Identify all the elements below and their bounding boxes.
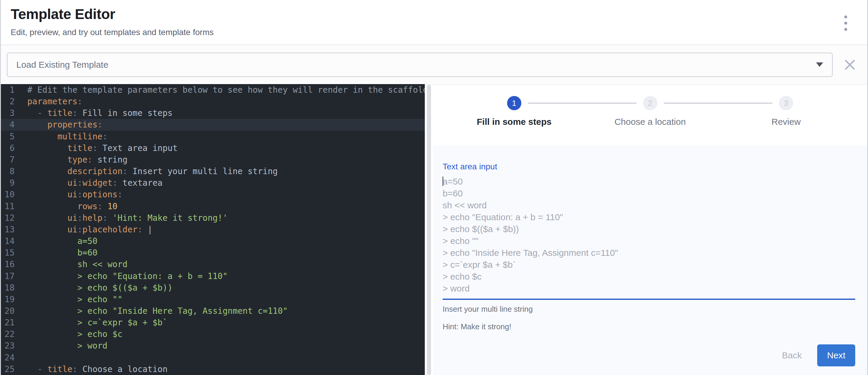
line-number: 9 <box>1 177 14 189</box>
line-code: parameters: <box>14 96 82 107</box>
pane-divider[interactable] <box>425 84 433 375</box>
line-number: 6 <box>1 142 14 154</box>
line-number: 4 <box>1 119 14 130</box>
back-button[interactable]: Back <box>775 345 809 366</box>
line-code: > echo "Inside Here Tag, Assignment c=11… <box>14 305 288 317</box>
line-code: > echo $(($a + $b)) <box>14 282 173 293</box>
textarea-placeholder-line: > c=`expr $a + $b` <box>443 259 855 271</box>
template-form: Text area input a=50b=60sh << word> echo… <box>433 145 867 375</box>
editor-line[interactable]: 11 rows: 10 <box>1 200 425 212</box>
line-number: 22 <box>1 329 14 340</box>
editor-line[interactable]: 13 ui:placeholder: | <box>1 224 425 235</box>
textarea-placeholder-line: > echo $c <box>443 271 855 283</box>
editor-line[interactable]: 17 > echo "Equation: a + b = 110" <box>1 271 425 282</box>
editor-line[interactable]: 23 > word <box>1 340 425 351</box>
line-number: 21 <box>1 317 14 329</box>
template-loader-section: Load Existing Template <box>1 45 867 84</box>
line-code: a=50 <box>14 235 97 247</box>
line-number: 25 <box>1 364 14 375</box>
page-subtitle: Edit, preview, and try out templates and… <box>11 28 214 37</box>
clear-selection-button[interactable] <box>841 56 859 74</box>
editor-line[interactable]: 9 ui:widget: textarea <box>1 177 425 189</box>
template-preview-pane: 1Fill in some steps2Choose a location3Re… <box>433 84 867 375</box>
next-button[interactable]: Next <box>817 344 855 366</box>
header-titles: Template Editor Edit, preview, and try o… <box>11 6 214 37</box>
stepper-connector <box>664 103 773 103</box>
step-label: Fill in some steps <box>446 117 582 127</box>
textarea-placeholder-line: > echo $(($a + $b)) <box>443 223 855 235</box>
textarea-placeholder-line: b=60 <box>443 187 855 199</box>
editor-line[interactable]: 8 description: Insert your multi line st… <box>1 165 425 177</box>
stepper: 1Fill in some steps2Choose a location3Re… <box>433 85 867 145</box>
step-circle: 1 <box>507 96 521 110</box>
line-number: 23 <box>1 340 14 351</box>
line-number: 16 <box>1 258 14 270</box>
line-number: 2 <box>1 96 14 107</box>
editor-line[interactable]: 15 b=60 <box>1 247 425 258</box>
close-icon <box>844 59 855 70</box>
stepper-connector <box>528 103 637 103</box>
main-split: 1# Edit the template parameters below to… <box>1 84 867 375</box>
line-number: 11 <box>1 200 14 212</box>
line-code: multiline: <box>14 131 107 142</box>
line-number: 19 <box>1 293 14 305</box>
line-code: sh << word <box>14 258 127 270</box>
more-options-button[interactable] <box>836 9 855 37</box>
line-number: 3 <box>1 107 14 119</box>
page-header: Template Editor Edit, preview, and try o… <box>1 0 867 45</box>
code-editor[interactable]: 1# Edit the template parameters below to… <box>1 84 425 375</box>
kebab-dot-icon <box>844 22 847 25</box>
editor-line[interactable]: 10 ui:options: <box>1 189 425 200</box>
editor-line[interactable]: 19 > echo "" <box>1 293 425 305</box>
textarea-placeholder-line: > echo "Equation: a + b = 110" <box>443 211 855 223</box>
editor-line[interactable]: 6 title: Text area input <box>1 142 425 154</box>
editor-line[interactable]: 14 a=50 <box>1 235 425 247</box>
field-hint: Hint: Make it strong! <box>443 322 855 331</box>
line-code: ui:widget: textarea <box>14 177 162 189</box>
line-code: > word <box>14 340 107 351</box>
editor-line[interactable]: 16 sh << word <box>1 258 425 270</box>
load-template-select[interactable]: Load Existing Template <box>7 53 833 77</box>
editor-line[interactable]: 20 > echo "Inside Here Tag, Assignment c… <box>1 305 425 317</box>
line-number: 18 <box>1 282 14 293</box>
line-code: description: Insert your multi line stri… <box>14 165 278 177</box>
chevron-down-icon <box>816 62 823 67</box>
editor-line[interactable]: 2parameters: <box>1 96 425 107</box>
editor-line[interactable]: 5 multiline: <box>1 131 425 142</box>
line-code: title: Text area input <box>14 142 178 154</box>
editor-line[interactable]: 25 - title: Choose a location <box>1 364 425 375</box>
line-code: > echo "" <box>14 293 122 305</box>
editor-line[interactable]: 3 - title: Fill in some steps <box>1 107 425 119</box>
kebab-dot-icon <box>844 15 847 19</box>
line-code: - title: Fill in some steps <box>14 107 173 119</box>
line-code: properties: <box>14 119 102 130</box>
template-editor-window: Template Editor Edit, preview, and try o… <box>0 0 868 375</box>
line-number: 8 <box>1 165 14 177</box>
editor-line[interactable]: 7 type: string <box>1 154 425 165</box>
line-code: ui:options: <box>14 189 122 200</box>
step-circle: 2 <box>643 96 657 110</box>
line-number: 10 <box>1 189 14 200</box>
editor-line[interactable]: 12 ui:help: 'Hint: Make it strong!' <box>1 212 425 224</box>
editor-line[interactable]: 1# Edit the template parameters below to… <box>1 84 425 96</box>
line-number: 14 <box>1 235 14 247</box>
editor-line[interactable]: 18 > echo $(($a + $b)) <box>1 282 425 293</box>
textarea-placeholder-line: > echo "Inside Here Tag, Assignment c=11… <box>443 247 855 259</box>
editor-line[interactable]: 4 properties: <box>1 119 425 130</box>
pane-divider-handle[interactable] <box>427 85 431 375</box>
line-number: 5 <box>1 131 14 142</box>
editor-line[interactable]: 22 > echo $c <box>1 329 425 340</box>
textarea-placeholder-line: > word <box>443 283 855 294</box>
line-code: b=60 <box>14 247 97 258</box>
multiline-textarea[interactable]: a=50b=60sh << word> echo "Equation: a + … <box>443 176 855 294</box>
step-circle: 3 <box>779 96 793 110</box>
line-number: 15 <box>1 247 14 258</box>
editor-line[interactable]: 24 <box>1 352 425 364</box>
field-label: Text area input <box>443 162 855 171</box>
line-number: 20 <box>1 305 14 317</box>
line-code: type: string <box>14 154 127 165</box>
editor-line[interactable]: 21 > c=`expr $a + $b` <box>1 317 425 329</box>
page-title: Template Editor <box>11 6 214 22</box>
line-code: rows: 10 <box>14 200 117 212</box>
stepper-step-3: 3Review <box>718 96 854 145</box>
